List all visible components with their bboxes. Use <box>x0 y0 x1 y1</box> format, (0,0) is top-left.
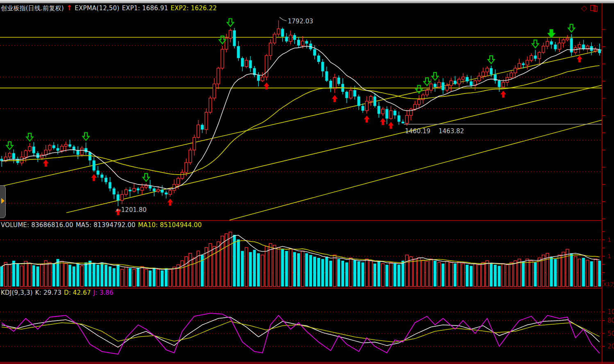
volume-pane-header: VOLUME: 83686816.00MA5: 81394792.00MA10:… <box>1 221 204 229</box>
price-annotation: 1463.82 <box>439 127 464 135</box>
sell-arrow-icon <box>83 133 89 141</box>
kdj-axis-label: 100 <box>607 308 614 316</box>
kdj-axis-label: 50 <box>607 330 614 337</box>
diamond-icon[interactable]: ◇ <box>581 4 587 11</box>
trendlines <box>0 37 602 220</box>
buy-arrow-icon <box>364 116 370 123</box>
sell-arrow-icon <box>7 142 13 150</box>
price-annotation: ←1201.80 <box>116 206 147 214</box>
candlestick-series <box>0 20 601 206</box>
symbol-title: 创业板指(日线.前复权) <box>1 5 64 12</box>
buy-arrow-icon <box>500 91 506 98</box>
expma-lines <box>2 46 600 189</box>
sell-arrow-icon <box>568 24 575 32</box>
buy-arrow-icon <box>577 55 582 62</box>
price-annotation: 1792.03 <box>288 18 313 25</box>
kdj-axis-label: 80 <box>607 317 614 324</box>
volume-value: VOLUME: 83686816.00 <box>1 221 73 229</box>
titlebar-icons: ◇ <box>581 4 598 11</box>
kdj-d-value: D: 42.67 <box>64 289 91 296</box>
volume-unit-label: X1万 <box>603 281 614 287</box>
buy-arrow-icon <box>91 174 97 181</box>
kdj-pane-header: KDJ(9,3,3)K: 29.73D: 42.67J: 3.86 <box>1 289 116 296</box>
chart-canvas[interactable]: 1792.03←1201.801460.191463.8211X1万100805… <box>0 0 614 364</box>
expand-triangle-icon <box>1 198 5 204</box>
pane-borders <box>0 3 614 364</box>
sell-arrow-icon <box>432 73 438 80</box>
buy-arrow-icon <box>380 118 386 125</box>
indicator-label: EXPMA(12,50) <box>75 5 119 12</box>
volume-axis-label: 1 <box>607 253 611 259</box>
sell-arrow-icon <box>532 40 539 48</box>
volume-ma5-value: MA5: 81394792.00 <box>76 221 136 229</box>
kdj-j-value: J: 3.86 <box>93 289 114 296</box>
buy-arrow-icon <box>388 122 394 129</box>
sell-arrow-icon <box>143 173 149 181</box>
sell-arrow-icon <box>488 56 494 64</box>
side-panel-expand-handle[interactable] <box>0 185 6 218</box>
kdj-k-value: K: 29.73 <box>35 289 61 296</box>
kdj-axis-label: 20 <box>607 343 614 350</box>
cascade-windows-icon[interactable] <box>590 5 598 11</box>
exp1-value: EXP1: 1686.91 <box>122 5 168 12</box>
buy-arrow-icon <box>332 95 338 102</box>
sell-arrow-icon <box>227 18 234 26</box>
trading-terminal: 1792.03←1201.801460.191463.8211X1万100805… <box>0 0 614 364</box>
buy-arrow-icon <box>264 82 269 89</box>
buy-arrow-icon <box>167 199 173 206</box>
price-annotation: 1460.19 <box>405 127 430 135</box>
up-arrow-icon: ↑ <box>66 4 72 12</box>
buy-arrow-icon <box>43 159 49 166</box>
main-chart-header: 创业板指(日线.前复权)↑EXPMA(12,50)EXP1: 1686.91EX… <box>1 4 219 12</box>
sell-arrow-icon <box>548 30 555 37</box>
volume-ma10-value: MA10: 85104944.00 <box>138 221 202 229</box>
exp2-value: EXP2: 1626.22 <box>171 5 217 12</box>
kdj-lines <box>2 313 600 354</box>
volume-axis-label: 1 <box>607 237 611 243</box>
kdj-title: KDJ(9,3,3) <box>1 289 33 296</box>
